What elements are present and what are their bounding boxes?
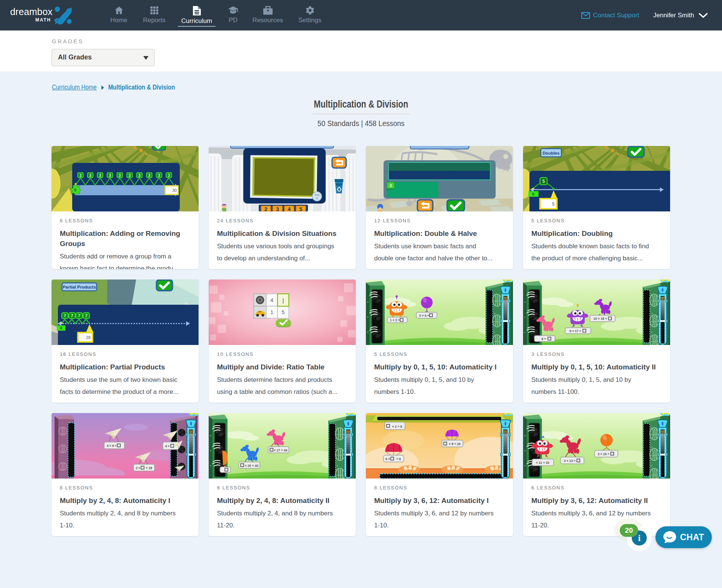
svg-text:3: 3 <box>168 173 170 178</box>
svg-text:2: 2 <box>264 206 267 211</box>
svg-text:6 ×: 6 × <box>385 457 390 461</box>
svg-text:1 × 2 =: 1 × 2 = <box>390 318 400 322</box>
svg-text:0: 0 <box>316 197 318 200</box>
svg-text:7: 7 <box>85 313 87 318</box>
svg-text:Doubles: Doubles <box>543 151 560 155</box>
svg-text:0: 0 <box>60 326 62 330</box>
svg-text:3: 3 <box>390 184 392 188</box>
svg-text:× 11 = 33: × 11 = 33 <box>536 461 549 465</box>
svg-text:0: 0 <box>532 192 534 196</box>
svg-text:× 2 = 8: × 2 = 8 <box>392 425 402 428</box>
svg-text:3 × 13 =: 3 × 13 = <box>564 459 575 463</box>
svg-text:3: 3 <box>158 173 160 178</box>
svg-text:× 17 = 34: × 17 = 34 <box>274 448 287 452</box>
svg-text:Partial Products: Partial Products <box>63 285 96 289</box>
svg-text:3: 3 <box>129 173 131 178</box>
svg-text:3: 3 <box>89 173 91 178</box>
svg-text:3: 3 <box>138 173 141 178</box>
svg-text:0: 0 <box>74 188 76 192</box>
svg-text:4: 4 <box>270 297 273 303</box>
svg-text:5: 5 <box>542 179 545 184</box>
svg-text:5: 5 <box>552 202 555 207</box>
svg-text:= 6: = 6 <box>396 457 401 461</box>
svg-text:3: 3 <box>79 173 82 178</box>
svg-text:3: 3 <box>119 173 121 178</box>
svg-text:Total: Total <box>315 194 320 196</box>
svg-text:3: 3 <box>109 173 111 178</box>
svg-text:30: 30 <box>172 188 177 193</box>
svg-text:4 ×: 4 × <box>165 444 170 448</box>
svg-text:7: 7 <box>78 313 80 318</box>
svg-text:5: 5 <box>282 309 285 315</box>
svg-text:3: 3 <box>148 173 150 178</box>
svg-text:0 × 6 =: 0 × 6 = <box>419 314 429 318</box>
svg-text:7: 7 <box>71 313 73 318</box>
svg-text:7: 7 <box>64 313 66 318</box>
svg-text:× 8 = 24: × 8 = 24 <box>449 442 460 446</box>
svg-text:2 ×: 2 × <box>136 466 140 470</box>
svg-text:× 20 = 40: × 20 = 40 <box>245 464 258 468</box>
svg-text:10 × 18 =: 10 × 18 = <box>593 317 607 321</box>
svg-text:4 × 9 =: 4 × 9 = <box>107 444 117 448</box>
svg-text:5: 5 <box>299 206 302 211</box>
svg-text:3: 3 <box>99 173 101 178</box>
svg-text:5 × 17 =: 5 × 17 = <box>569 329 581 333</box>
svg-text:4: 4 <box>288 206 291 211</box>
svg-text:3: 3 <box>276 206 279 211</box>
svg-text:= 18: = 18 <box>146 466 152 470</box>
svg-text:1: 1 <box>270 309 273 315</box>
svg-text:28: 28 <box>86 335 91 340</box>
svg-text:9 =: 9 = <box>542 337 546 341</box>
svg-text:3 × 15 =: 3 × 15 = <box>598 452 609 456</box>
